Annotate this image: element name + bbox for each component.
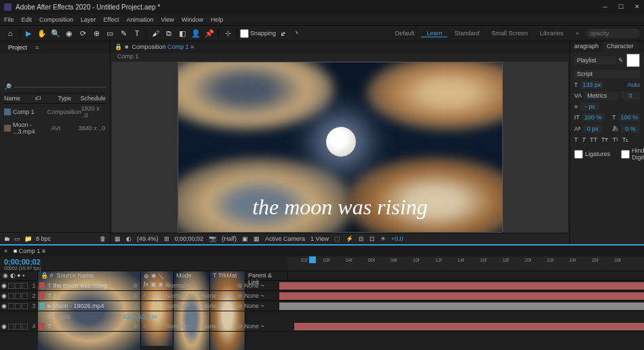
visibility-toggle[interactable]: ◉: [0, 282, 8, 289]
character-tab[interactable]: Character: [603, 41, 638, 52]
menu-layer[interactable]: Layer: [81, 16, 96, 23]
timecode-display[interactable]: 0;00;00;02: [175, 235, 204, 242]
time-ruler[interactable]: 01f02f04f06f08f10f12f14f16f18f20f22f24f2…: [287, 256, 644, 271]
layer-switches[interactable]: ⊕ /: [133, 303, 165, 309]
eyedropper-icon[interactable]: ✎: [618, 57, 624, 64]
lock-icon[interactable]: 🔒: [115, 43, 122, 50]
visibility-toggle[interactable]: ◉: [0, 323, 8, 330]
label-color[interactable]: [39, 282, 45, 289]
layer-row[interactable]: ◉ 2 T 2 ⊕ / Normal ~ None ~ ⊚ None ~: [0, 291, 644, 301]
snap-opt-2[interactable]: 丶: [291, 27, 303, 39]
eraser-tool[interactable]: ◧: [176, 27, 188, 39]
track-matte[interactable]: None ~: [202, 303, 237, 309]
project-tab[interactable]: Project: [4, 43, 31, 52]
fast-preview-icon[interactable]: ⚡: [346, 235, 353, 242]
grid-icon[interactable]: ⊞: [164, 235, 169, 242]
snap-opt-1[interactable]: ⸙: [277, 27, 289, 39]
hscale[interactable]: 100 %: [618, 113, 640, 121]
home-button[interactable]: ⌂: [4, 27, 16, 39]
snapping-checkbox[interactable]: [240, 29, 249, 38]
shape-tool[interactable]: ▭: [104, 27, 116, 39]
workspace-default[interactable]: Default: [390, 30, 420, 37]
eye-col-icon[interactable]: ◉: [3, 272, 8, 279]
layer-name[interactable]: 2: [53, 292, 133, 299]
workspace-small[interactable]: Small Screen: [486, 30, 534, 37]
col-type[interactable]: Type: [58, 95, 80, 102]
new-comp-icon[interactable]: ▭: [14, 235, 20, 242]
timecode[interactable]: 0;00;00;02: [4, 258, 283, 266]
track-matte[interactable]: None ~: [202, 292, 237, 299]
close-button[interactable]: ✕: [635, 3, 640, 10]
parent-link[interactable]: ⊚ None ~: [237, 282, 279, 289]
flowchart-icon[interactable]: ⊡: [369, 235, 375, 242]
menu-edit[interactable]: Edit: [22, 16, 33, 23]
blend-mode[interactable]: Normal ~: [165, 292, 202, 299]
search-help[interactable]: [586, 28, 640, 38]
baseline[interactable]: 0 px: [583, 125, 602, 133]
font-style[interactable]: Script: [574, 70, 640, 78]
layer-switches[interactable]: ⊕ /: [133, 292, 165, 299]
fill-swatch[interactable]: [626, 54, 640, 67]
menu-effect[interactable]: Effect: [104, 16, 119, 23]
camera-dropdown[interactable]: Active Camera: [265, 235, 305, 242]
3d-icon[interactable]: ⬚: [334, 235, 340, 242]
menu-file[interactable]: File: [4, 16, 14, 23]
layer-switches[interactable]: ⊕ /: [133, 323, 165, 330]
font-size[interactable]: 133 px: [581, 81, 603, 89]
property-row[interactable]: ⏱ Scale53.0, 53.0 %: [0, 311, 644, 322]
layer-bar[interactable]: [279, 303, 644, 310]
workspace-more[interactable]: »: [570, 30, 584, 37]
render-queue-icon[interactable]: ×: [4, 248, 7, 254]
menu-animation[interactable]: Animation: [126, 16, 153, 23]
layer-bar[interactable]: [279, 292, 644, 300]
visibility-toggle[interactable]: ◉: [0, 292, 8, 299]
snapshot-icon[interactable]: 📷: [209, 235, 216, 242]
transparency-icon[interactable]: ▦: [254, 235, 260, 242]
hand-tool[interactable]: ✋: [36, 27, 48, 39]
workspace-standard[interactable]: Standard: [449, 30, 485, 37]
blend-mode[interactable]: Normal ~: [165, 303, 202, 309]
pen-tool[interactable]: ✎: [117, 27, 129, 39]
layer-bar[interactable]: [294, 323, 644, 330]
shy-col-icon[interactable]: ◐: [10, 272, 16, 279]
kerning[interactable]: Metrics: [584, 92, 618, 100]
view-dropdown[interactable]: 1 View: [310, 235, 329, 242]
blend-mode[interactable]: Normal ~: [165, 323, 202, 330]
italic-button[interactable]: T: [582, 136, 586, 143]
layer-row[interactable]: ◉ 1 T the moon was rising ⊕ / Normal ~ ⊚…: [0, 281, 644, 291]
project-menu-icon[interactable]: ≡: [31, 43, 43, 52]
mask-icon[interactable]: ◐: [126, 235, 132, 242]
anchor-tool[interactable]: ⊕: [90, 27, 102, 39]
roi-icon[interactable]: ▣: [242, 235, 248, 242]
project-item[interactable]: Comp 1 Composition 1920 x ..0: [4, 104, 106, 120]
parent-link[interactable]: ⊚ None ~: [237, 303, 279, 309]
leading-value[interactable]: Auto: [627, 81, 640, 88]
hindi-digits-checkbox[interactable]: Hindi Digits: [621, 147, 644, 161]
type-tool[interactable]: T: [131, 27, 143, 39]
bold-button[interactable]: T: [574, 136, 578, 143]
zoom-tool[interactable]: 🔍: [49, 27, 62, 39]
workspace-libraries[interactable]: Libraries: [534, 30, 569, 37]
subscript-button[interactable]: T₁: [622, 136, 629, 143]
bpc-button[interactable]: 8 bpc: [36, 235, 51, 242]
vscale[interactable]: 100 %: [582, 113, 604, 121]
orbit-tool[interactable]: ◉: [63, 27, 75, 39]
allcaps-button[interactable]: TT: [590, 136, 597, 143]
label-color[interactable]: [39, 303, 45, 309]
menu-view[interactable]: View: [161, 16, 174, 23]
stopwatch-icon[interactable]: ⏱: [47, 313, 54, 320]
new-folder-icon[interactable]: 📁: [24, 235, 32, 242]
viewer-canvas[interactable]: the moon was rising: [112, 62, 568, 233]
tracking-value[interactable]: 0: [621, 92, 640, 100]
alpha-icon[interactable]: ▦: [115, 235, 121, 242]
current-time-indicator[interactable]: [309, 256, 316, 263]
col-source[interactable]: Source Name: [57, 272, 94, 279]
col-name[interactable]: Name: [4, 95, 35, 102]
menu-help[interactable]: Help: [211, 16, 224, 23]
menu-composition[interactable]: Composition: [39, 16, 73, 23]
parent-link[interactable]: ⊚ None ~: [237, 323, 279, 330]
selection-tool[interactable]: ▶: [22, 27, 35, 39]
minimize-button[interactable]: ─: [603, 3, 607, 10]
property-value[interactable]: 53.0, 53.0 %: [123, 313, 157, 320]
ligatures-checkbox[interactable]: Ligatures: [574, 147, 610, 161]
